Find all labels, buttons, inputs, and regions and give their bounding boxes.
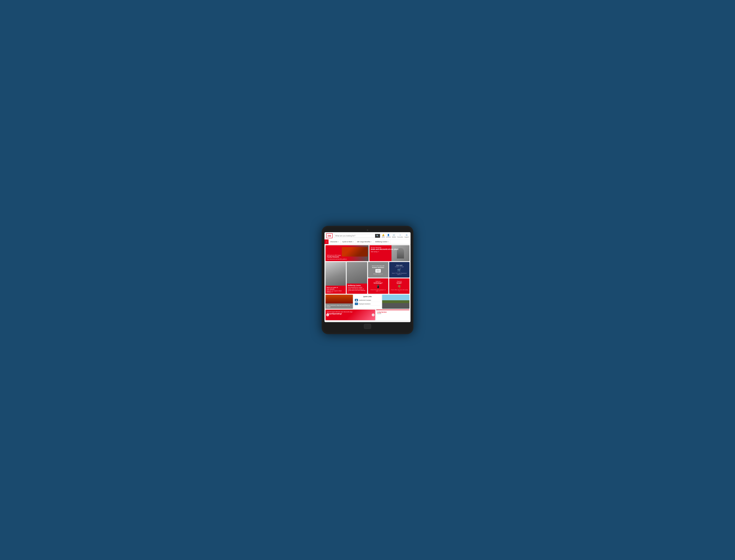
longservice-title: Long Service	[377, 311, 408, 313]
quicklinks-title: Quick Links	[355, 296, 380, 297]
instant-vouchers-card[interactable]: Save on the spot with Instant Vouchers B…	[368, 262, 388, 278]
search-bar[interactable]: 🔍	[334, 234, 380, 238]
longservice-subtitle: Awards	[377, 313, 408, 314]
vouchers-top: Save on the spot with	[372, 265, 384, 267]
easysaver-subtitle: multiple savings	[395, 266, 404, 267]
bottom-row: Make someone's day and send them an eCar…	[326, 295, 409, 309]
ecard-image	[326, 295, 353, 303]
wellbeing-card[interactable]: Wellbeing Centre Find everything from he…	[347, 262, 367, 294]
phone-icon: 📱	[376, 285, 380, 288]
favourites-icon: ☆	[399, 234, 401, 236]
nav-item-discounts[interactable]: Discounts ▾	[329, 239, 341, 244]
technology-card[interactable]: Keen on technology? 📱 Check the latest g…	[368, 278, 388, 294]
hero-banner-left[interactable]: Welcome to DB Cargo Family Rewards Your …	[326, 245, 369, 261]
basket-icon: 🛒	[393, 234, 395, 236]
voucher-icon	[375, 269, 381, 273]
cycle-bg	[326, 262, 346, 286]
hero-tagline: All your favourite	[371, 247, 408, 248]
break-title: break?	[397, 282, 402, 284]
account-icon: 👤	[387, 234, 390, 236]
cycle-to-work-card[interactable]: Save on a pair of new wheels Apply for o…	[326, 262, 346, 294]
quicklink-healthshield[interactable]: 📋 Healthshield Cashplan	[355, 298, 380, 302]
voucher-line-2	[376, 271, 380, 271]
break-top: Fancy a	[397, 281, 402, 282]
nav-icon-account[interactable]: 👤 Account	[386, 234, 391, 238]
train-landscape-card	[382, 295, 409, 309]
carousel-prev-button[interactable]: ‹	[326, 314, 329, 316]
db-logo: DB	[326, 233, 333, 238]
long-service-card[interactable]: Long Service Awards	[376, 310, 409, 320]
account-label: Account	[386, 236, 391, 238]
nav-discounts-label: Discounts	[330, 241, 337, 243]
tech-top: Keen on	[376, 281, 381, 282]
hero-brand: Family Rewards	[327, 256, 347, 258]
tech-cta: Check the latest gadgets on offer >>	[369, 289, 387, 292]
cycle-title-bold: new wheels	[327, 288, 345, 290]
smart-spending-card[interactable]: ‹ Spend smart with the new discounts App…	[326, 310, 375, 320]
alerts-icon: 🔔	[382, 234, 385, 236]
wellbeing-image	[347, 262, 367, 284]
nav-bar: ⌂ Discounts ▾ Cycle to Work ▾ DB Cargo B…	[324, 239, 411, 244]
hero-left-text: Welcome to DB Cargo Family Rewards Your …	[327, 254, 347, 260]
favourites-label: Favourites	[397, 236, 403, 238]
main-content: Welcome to DB Cargo Family Rewards Your …	[324, 244, 411, 322]
voucher-line-3	[376, 271, 380, 272]
basket-label: Basket	[392, 236, 396, 238]
hero-welcome: Welcome to DB Cargo	[327, 254, 347, 256]
voucher-line-1	[376, 270, 380, 270]
tablet-camera	[367, 229, 368, 231]
carousel-next-button[interactable]: ›	[372, 314, 375, 316]
tablet-home-button[interactable]	[364, 324, 371, 329]
easysaver-card[interactable]: One card multiple savings 🛒 Save 7.5% wi…	[389, 262, 409, 278]
nav-icon-support[interactable]: ⊙ Support	[404, 234, 409, 238]
wellbeing-body: Find everything from healthy recipes, an…	[348, 287, 366, 293]
smartspending-subtitle: Spend smart with the new discounts App -	[327, 311, 374, 313]
tech-title: technology?	[374, 282, 383, 284]
nav-item-wellbeing[interactable]: Wellbeing Centre ▾	[373, 239, 390, 244]
train-landscape-image	[382, 295, 409, 309]
smartspending-brand: SmartSpending!	[327, 313, 374, 315]
ecard-body: Make someone's day and send them an	[327, 305, 350, 306]
fancy-break-card[interactable]: Fancy a break? 🌴 Travel offers are one c…	[389, 278, 409, 294]
ecard-text: Make someone's day and send them an eCar…	[326, 303, 353, 309]
nav-icon-favourites[interactable]: ☆ Favourites	[397, 234, 403, 238]
healthshield-label: Healthshield Cashplan	[359, 300, 371, 301]
ecard-bold: eCard	[327, 306, 330, 308]
nav-item-cycle[interactable]: Cycle to Work ▾	[341, 239, 355, 244]
hero-tagline-bold: deals and discounts at one place	[371, 248, 408, 250]
quicklink-employee[interactable]: 🛡 Employee Assistance	[355, 302, 380, 306]
cycle-title: Save on a pair of	[327, 287, 345, 288]
search-input[interactable]	[334, 234, 375, 238]
vouchers-title: Instant Vouchers	[372, 267, 384, 268]
nav-cargo-arrow: ▾	[371, 241, 371, 243]
nav-icon-basket[interactable]: 🛒 Basket	[392, 234, 396, 238]
break-cta: Travel offers are one click away >>	[391, 289, 408, 292]
vouchers-cta: Browse offers >>	[373, 273, 383, 275]
cycle-image	[326, 262, 346, 286]
search-button[interactable]: 🔍	[375, 234, 380, 238]
nav-cargo-label: DB Cargo Benefits	[357, 241, 370, 243]
alerts-label: Alerts	[382, 236, 385, 238]
cart-icon: 🛒	[397, 268, 401, 272]
nav-home-button[interactable]: ⌂	[324, 239, 329, 244]
employee-icon: 🛡	[355, 303, 358, 305]
header: DB 🔍 🔔 Alerts 👤 Account 🛒 Basket	[324, 232, 411, 239]
nav-icon-alerts[interactable]: 🔔 Alerts	[382, 234, 385, 238]
employee-label: Employee Assistance	[359, 303, 370, 305]
hero-right-content: All your favourite deals and discounts a…	[369, 245, 410, 261]
wellbeing-title: Wellbeing Centre	[348, 285, 366, 286]
hero-subtitle: Your discounts and benefits platform	[327, 258, 347, 260]
nav-cycle-arrow: ▾	[353, 241, 353, 243]
support-label: Support	[404, 236, 409, 238]
healthshield-icon: 📋	[355, 299, 358, 301]
support-icon: ⊙	[406, 234, 408, 236]
hero-banner-right[interactable]: All your favourite deals and discounts a…	[369, 245, 410, 261]
hero-cta: Start saving >>	[371, 251, 408, 252]
ecard-card[interactable]: Make someone's day and send them an eCar…	[326, 295, 353, 309]
tablet-screen: DB 🔍 🔔 Alerts 👤 Account 🛒 Basket	[324, 232, 411, 322]
nav-cycle-label: Cycle to Work	[342, 241, 352, 243]
grid-section: Save on a pair of new wheels Apply for o…	[326, 262, 409, 294]
nav-item-cargo[interactable]: DB Cargo Benefits ▾	[355, 239, 373, 244]
easysaver-title: One card	[396, 264, 402, 266]
cycle-subtitle: Apply for our Cycle to Work scheme >>	[327, 290, 345, 293]
